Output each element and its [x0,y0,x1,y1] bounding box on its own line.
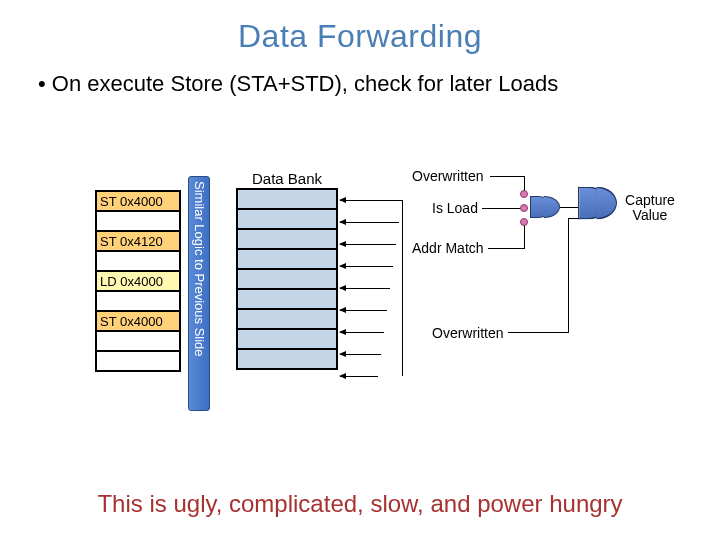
bottom-summary: This is ugly, complicated, slow, and pow… [0,490,720,518]
databank-cell [237,309,337,329]
wire [490,176,524,177]
label-is-load: Is Load [432,200,478,216]
queue-cell: ST 0x4120 [96,231,180,251]
wire [524,222,525,249]
arrow-icon [340,266,393,267]
wire [560,207,578,208]
and-gate-large-icon [578,187,622,220]
databank-cell [237,229,337,249]
inverter-dot-icon [520,190,528,198]
inverter-dot-icon [520,204,528,212]
arrow-icon [340,222,399,223]
wire [402,200,403,376]
databank-cell [237,289,337,309]
label-overwritten-bottom: Overwritten [432,325,504,341]
queue-cell [96,351,180,371]
diagram-area: ST 0x4000ST 0x4120LD 0x4000ST 0x4000 Sim… [0,160,720,460]
wire [568,218,578,219]
slide-title: Data Forwarding [0,18,720,55]
arrow-icon [340,310,387,311]
inverter-dot-icon [520,218,528,226]
databank-cell [237,329,337,349]
databank-label: Data Bank [252,170,322,187]
similar-logic-bar: Similar Logic to Previous Slide [188,176,210,411]
arrow-icon [340,354,381,355]
queue-cell: ST 0x4000 [96,191,180,211]
databank-cell [237,209,337,229]
databank-cell [237,189,337,209]
label-addr-match: Addr Match [412,240,484,256]
databank-cell [237,349,337,369]
queue-cell [96,291,180,311]
wire [508,332,568,333]
wire [568,218,569,333]
queue-cell: ST 0x4000 [96,311,180,331]
label-overwritten-top: Overwritten [412,168,484,184]
label-capture-value: Capture Value [620,193,680,224]
wire [482,208,524,209]
arrow-icon [340,200,402,201]
queue-cell: LD 0x4000 [96,271,180,291]
databank-cell [237,269,337,289]
bullet-text: On execute Store (STA+STD), check for la… [0,71,720,97]
arrow-icon [340,288,390,289]
capture-line1: Capture Value [625,192,675,223]
arrow-icon [340,376,378,377]
queue-cell [96,211,180,231]
and-gate-icon [530,196,564,218]
arrow-icon [340,332,384,333]
data-bank-table [236,188,338,370]
queue-cell [96,251,180,271]
similar-logic-label: Similar Logic to Previous Slide [192,181,207,357]
queue-cell [96,331,180,351]
arrow-icon [340,244,396,245]
databank-cell [237,249,337,269]
instruction-queue: ST 0x4000ST 0x4120LD 0x4000ST 0x4000 [95,190,181,372]
wire [488,248,524,249]
